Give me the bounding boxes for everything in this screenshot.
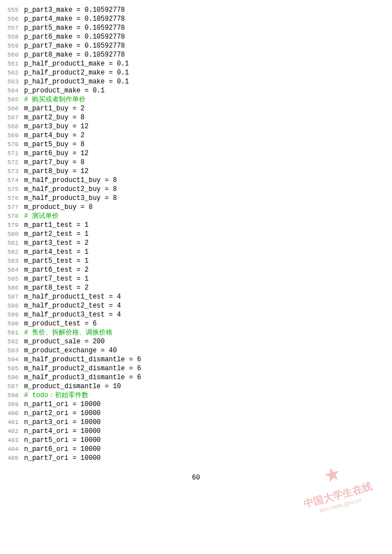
- code-line: 596m_half_product3_dismantle = 6: [3, 373, 386, 382]
- code-line: 571m_part6_buy = 12: [3, 149, 386, 158]
- line-content: m_part5_buy = 8: [24, 140, 386, 149]
- line-number: 555: [3, 6, 24, 15]
- line-content: n_part4_ori = 10000: [24, 427, 386, 436]
- line-number: 580: [3, 230, 24, 239]
- line-content: m_part5_test = 1: [24, 257, 386, 266]
- line-number: 571: [3, 149, 24, 158]
- code-line: 567m_part2_buy = 8: [3, 113, 386, 122]
- line-number: 596: [3, 373, 24, 382]
- line-number: 577: [3, 203, 24, 212]
- line-number: 572: [3, 158, 24, 167]
- code-line: 561p_half_product1_make = 0.1: [3, 59, 386, 68]
- line-content: p_half_product2_make = 0.1: [24, 68, 386, 77]
- line-number: 582: [3, 248, 24, 257]
- line-content: n_part3_ori = 10000: [24, 418, 386, 427]
- line-number: 405: [3, 454, 24, 463]
- code-line: 399n_part1_ori = 10000: [3, 400, 386, 409]
- line-number: 570: [3, 140, 24, 149]
- code-area: 555p_part3_make = 0.10592778556p_part4_m…: [0, 6, 392, 463]
- line-content: p_part5_make = 0.10592778: [24, 24, 386, 32]
- code-line: 585m_part7_test = 1: [3, 274, 386, 283]
- line-content: m_product_buy = 8: [24, 203, 386, 212]
- code-line: 574m_half_product1_buy = 8: [3, 176, 386, 185]
- line-content: n_part2_ori = 10000: [24, 409, 386, 418]
- line-content: m_product_exchange = 40: [24, 346, 386, 355]
- line-number: 579: [3, 221, 24, 230]
- page-container: 555p_part3_make = 0.10592778556p_part4_m…: [0, 0, 392, 554]
- code-line: 593m_product_exchange = 40: [3, 346, 386, 355]
- line-content: m_part7_buy = 8: [24, 158, 386, 167]
- code-line: 587m_half_product1_test = 4: [3, 292, 386, 301]
- code-line: 572m_part7_buy = 8: [3, 158, 386, 167]
- line-content: m_part6_test = 2: [24, 266, 386, 274]
- line-content: # 售价、拆解价格、调换价格: [24, 328, 386, 337]
- line-content: m_product_test = 6: [24, 319, 386, 328]
- line-number: 400: [3, 409, 24, 418]
- watermark-text1: 中国大学生在线: [302, 479, 374, 511]
- line-content: p_part3_make = 0.10592778: [24, 6, 386, 15]
- line-content: n_part6_ori = 10000: [24, 445, 386, 454]
- line-number: 588: [3, 301, 24, 310]
- line-number: 589: [3, 310, 24, 319]
- line-number: 573: [3, 167, 24, 176]
- line-number: 404: [3, 445, 24, 454]
- code-line: 566m_part1_buy = 2: [3, 104, 386, 113]
- line-content: m_half_product2_dismantle = 6: [24, 364, 386, 373]
- code-line: 589m_half_product3_test = 4: [3, 310, 386, 319]
- line-content: m_half_product3_test = 4: [24, 310, 386, 319]
- line-number: 402: [3, 427, 24, 436]
- code-line: 404n_part6_ori = 10000: [3, 445, 386, 454]
- code-line: 590m_product_test = 6: [3, 319, 386, 328]
- line-number: 558: [3, 32, 24, 41]
- line-number: 593: [3, 346, 24, 355]
- code-line: 557p_part5_make = 0.10592778: [3, 24, 386, 32]
- code-line: 591# 售价、拆解价格、调换价格: [3, 328, 386, 337]
- line-content: m_part1_buy = 2: [24, 104, 386, 113]
- line-content: p_part4_make = 0.10592778: [24, 15, 386, 24]
- line-number: 586: [3, 283, 24, 292]
- line-number: 566: [3, 104, 24, 113]
- line-number: 575: [3, 185, 24, 194]
- line-content: # 测试单价: [24, 212, 386, 221]
- line-number: 584: [3, 266, 24, 274]
- code-line: 586m_part8_test = 2: [3, 283, 386, 292]
- line-number: 585: [3, 274, 24, 283]
- line-number: 399: [3, 400, 24, 409]
- line-content: m_half_product2_test = 4: [24, 301, 386, 310]
- line-number: 597: [3, 382, 24, 391]
- code-line: 576m_half_product3_buy = 8: [3, 194, 386, 203]
- code-line: 573m_part8_buy = 12: [3, 167, 386, 176]
- line-content: p_part6_make = 0.10592778: [24, 32, 386, 41]
- code-line: 592m_product_sale = 200: [3, 337, 386, 346]
- page-number: 60: [0, 474, 392, 482]
- line-content: m_product_dismantle = 10: [24, 382, 386, 391]
- code-line: 583m_part5_test = 1: [3, 257, 386, 266]
- line-content: # 购买或者制作单价: [24, 95, 386, 104]
- line-content: m_part3_buy = 12: [24, 122, 386, 131]
- line-content: m_part4_buy = 2: [24, 131, 386, 140]
- line-number: 564: [3, 86, 24, 95]
- line-number: 568: [3, 122, 24, 131]
- code-line: 579m_part1_test = 1: [3, 221, 386, 230]
- line-number: 591: [3, 328, 24, 337]
- code-line: 565# 购买或者制作单价: [3, 95, 386, 104]
- code-line: 580m_part2_test = 1: [3, 230, 386, 239]
- code-line: 400n_part2_ori = 10000: [3, 409, 386, 418]
- line-number: 562: [3, 68, 24, 77]
- code-line: 405n_part7_ori = 10000: [3, 454, 386, 463]
- line-content: n_part7_ori = 10000: [24, 454, 386, 463]
- code-line: 575m_half_product2_buy = 8: [3, 185, 386, 194]
- watermark-text2: dxs.moe.gov.cn: [305, 492, 375, 517]
- line-number: 590: [3, 319, 24, 328]
- code-line: 568m_part3_buy = 12: [3, 122, 386, 131]
- line-content: m_half_product3_dismantle = 6: [24, 373, 386, 382]
- line-content: n_part5_ori = 10000: [24, 436, 386, 445]
- line-number: 563: [3, 77, 24, 86]
- line-number: 592: [3, 337, 24, 346]
- code-line: 578# 测试单价: [3, 212, 386, 221]
- code-line: 563p_half_product3_make = 0.1: [3, 77, 386, 86]
- line-content: m_part8_test = 2: [24, 283, 386, 292]
- line-number: 557: [3, 24, 24, 32]
- line-content: m_half_product1_test = 4: [24, 292, 386, 301]
- line-number: 576: [3, 194, 24, 203]
